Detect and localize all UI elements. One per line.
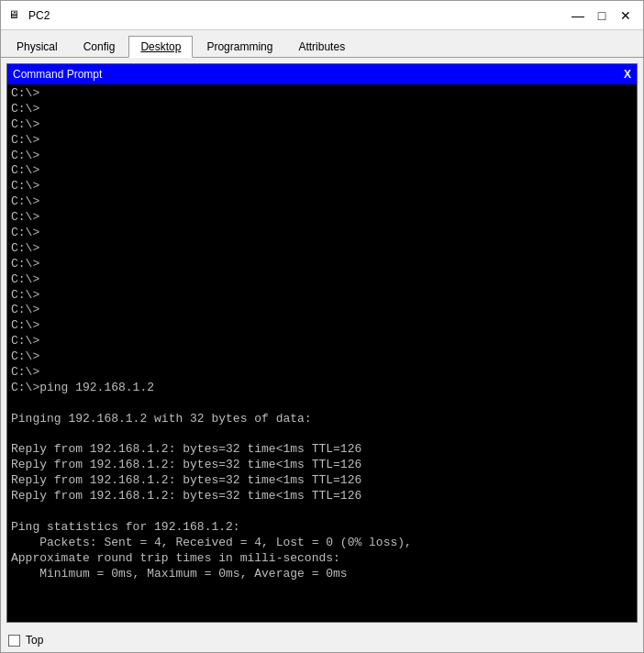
main-window: 🖥 PC2 — □ ✕ Physical Config Desktop Prog… (0, 0, 644, 653)
top-label: Top (26, 634, 43, 647)
tab-physical[interactable]: Physical (5, 36, 70, 58)
cmd-close-button[interactable]: X (624, 68, 631, 81)
bottom-bar: Top (1, 628, 643, 652)
maximize-button[interactable]: □ (592, 6, 612, 26)
app-icon: 🖥 (8, 8, 23, 23)
cmd-title-bar: Command Prompt X (7, 64, 637, 84)
cmd-window: Command Prompt X C:\> C:\> C:\> C:\> C:\… (6, 63, 638, 623)
minimize-button[interactable]: — (568, 6, 588, 26)
top-checkbox[interactable] (8, 635, 20, 647)
close-window-button[interactable]: ✕ (616, 6, 636, 26)
title-bar: 🖥 PC2 — □ ✕ (1, 1, 643, 30)
tab-bar: Physical Config Desktop Programming Attr… (1, 30, 643, 58)
tab-programming[interactable]: Programming (194, 36, 284, 58)
tab-config[interactable]: Config (72, 36, 128, 58)
tab-desktop[interactable]: Desktop (128, 36, 193, 58)
terminal-output[interactable]: C:\> C:\> C:\> C:\> C:\> C:\> C:\> C:\> … (7, 84, 637, 622)
main-content: Command Prompt X C:\> C:\> C:\> C:\> C:\… (1, 58, 643, 628)
tab-attributes[interactable]: Attributes (286, 36, 357, 58)
cmd-title-text: Command Prompt (13, 68, 102, 81)
window-controls: — □ ✕ (568, 6, 636, 26)
window-title: PC2 (28, 9, 568, 22)
